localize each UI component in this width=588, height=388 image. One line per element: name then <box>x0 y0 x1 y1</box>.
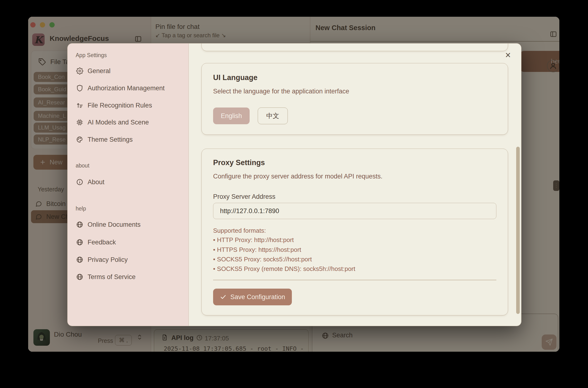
nav-item-about[interactable]: About <box>76 177 105 187</box>
nav-item-privacy-policy[interactable]: Privacy Policy <box>76 255 128 265</box>
nav-item-label: About <box>87 178 105 186</box>
format-line: • SOCKS5 Proxy (remote DNS): socks5h://h… <box>213 264 355 274</box>
nav-item-label: Feedback <box>87 239 116 246</box>
app-window: K KnowledgeFocus File Tags Book_Con Book… <box>28 17 559 352</box>
scrollbar-thumb[interactable] <box>516 147 520 314</box>
formats-title: Supported formats: <box>213 226 266 235</box>
nav-item-label: General <box>87 67 110 75</box>
nav-item-file-recognition[interactable]: File Recognition Rules <box>76 100 152 110</box>
nav-item-online-documents[interactable]: Online Documents <box>76 219 141 230</box>
close-icon[interactable]: × <box>505 50 511 60</box>
format-line: • HTTP Proxy: http://host:port <box>213 235 294 245</box>
proxy-address-input[interactable] <box>213 203 496 219</box>
divider <box>213 280 496 280</box>
globe-icon <box>76 239 83 246</box>
nav-item-label: Theme Settings <box>87 136 133 143</box>
nav-item-label: File Recognition Rules <box>87 102 152 109</box>
scrolled-card-edge <box>201 44 508 51</box>
ui-language-desc: Select the language for the application … <box>213 88 349 95</box>
globe-icon <box>76 256 83 263</box>
settings-nav: App Settings General Authorization Manag… <box>67 44 189 326</box>
language-english-button[interactable]: English <box>213 107 250 124</box>
nav-item-ai-models[interactable]: AI Models and Scene <box>76 117 149 127</box>
format-line: • SOCKS5 Proxy: socks5://host:port <box>213 254 312 264</box>
shield-icon <box>76 85 83 92</box>
check-icon <box>220 294 226 300</box>
nav-item-authorization[interactable]: Authorization Management <box>76 83 165 93</box>
nav-section-about: about <box>76 163 89 169</box>
nav-item-label: Authorization Management <box>87 85 165 92</box>
language-chinese-button[interactable]: 中文 <box>258 107 288 124</box>
proxy-settings-card: Proxy Settings Configure the proxy serve… <box>201 149 508 315</box>
ui-language-card: UI Language Select the language for the … <box>201 63 508 135</box>
globe-icon <box>76 221 83 228</box>
settings-content: × UI Language Select the language for th… <box>189 44 521 326</box>
nav-item-terms[interactable]: Terms of Service <box>76 272 135 282</box>
proxy-address-label: Proxy Server Address <box>213 193 275 200</box>
nav-item-label: Terms of Service <box>87 273 135 281</box>
nav-section-help: help <box>76 205 86 212</box>
ui-language-title: UI Language <box>213 73 258 82</box>
nav-section-app-settings: App Settings <box>76 52 107 59</box>
palette-icon <box>76 136 83 143</box>
nav-item-label: AI Models and Scene <box>87 119 149 126</box>
nav-item-theme[interactable]: Theme Settings <box>76 135 133 145</box>
nav-item-label: Online Documents <box>87 221 141 228</box>
proxy-desc: Configure the proxy server address for m… <box>213 173 383 180</box>
nav-item-label: Privacy Policy <box>87 256 128 264</box>
sort-ascending-icon <box>76 102 83 109</box>
globe-icon <box>76 273 83 281</box>
save-configuration-label: Save Configuration <box>230 293 285 301</box>
info-icon <box>76 178 83 186</box>
nav-item-feedback[interactable]: Feedback <box>76 237 116 247</box>
format-line: • HTTPS Proxy: https://host:port <box>213 245 301 254</box>
save-configuration-button[interactable]: Save Configuration <box>213 289 292 305</box>
proxy-title: Proxy Settings <box>213 158 265 167</box>
settings-modal: App Settings General Authorization Manag… <box>67 43 522 326</box>
cpu-icon <box>76 119 83 126</box>
gear-icon <box>76 67 83 74</box>
nav-item-general[interactable]: General <box>76 66 110 76</box>
